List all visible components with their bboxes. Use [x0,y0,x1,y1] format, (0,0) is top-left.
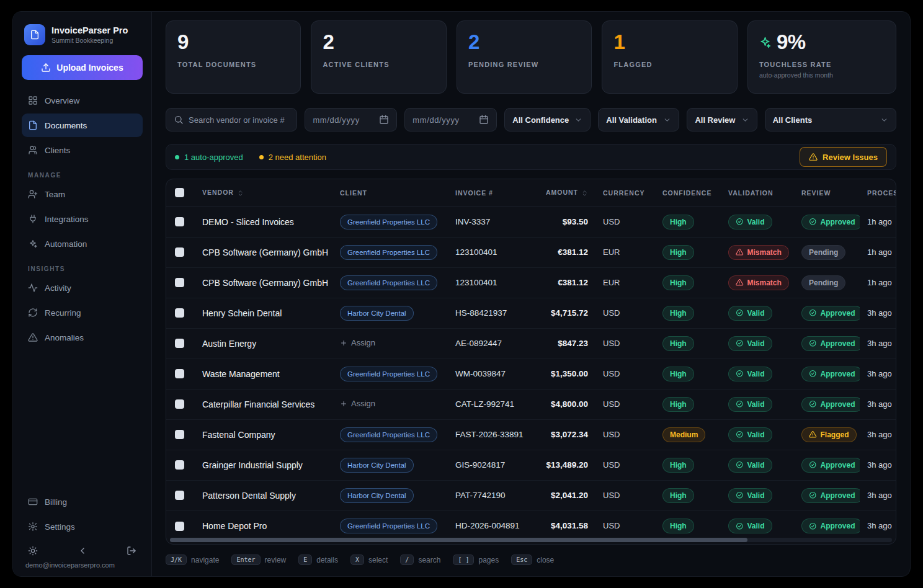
stat-value: 9 [177,31,289,53]
collapse-sidebar-icon[interactable] [78,546,87,556]
confidence-badge: High [662,336,694,351]
table-row[interactable]: Grainger Industrial SupplyHarbor City De… [166,450,896,480]
sidebar-item-settings[interactable]: Settings [22,515,143,538]
theme-toggle-sun-icon[interactable] [28,546,38,556]
client-pill[interactable]: Greenfield Properties LLC [340,427,437,442]
review-badge: Approved [801,488,860,503]
validation-badge: Valid [728,397,772,412]
table-row[interactable]: DEMO - Sliced InvoicesGreenfield Propert… [166,207,896,237]
client-cell: Harbor City Dental [332,298,448,328]
sidebar-item-recurring[interactable]: Recurring [22,301,143,324]
confidence-cell: High [655,207,721,237]
review-filter[interactable]: All Review [687,108,757,131]
table-row[interactable]: CPB Software (Germany) GmbHGreenfield Pr… [166,237,896,267]
sidebar-item-label: Clients [45,146,70,155]
row-checkbox[interactable] [175,278,184,287]
row-checkbox[interactable] [175,460,184,470]
row-checkbox[interactable] [175,491,184,500]
client-pill[interactable]: Harbor City Dental [340,458,414,473]
check-circle-icon [809,370,817,378]
select-all-checkbox[interactable] [175,188,184,197]
sidebar-item-anomalies[interactable]: Anomalies [22,326,143,349]
shortcut-key: X [350,555,364,565]
row-checkbox[interactable] [175,339,184,348]
date-to-input[interactable] [412,115,470,125]
sidebar-item-team[interactable]: Team [22,182,143,206]
calendar-icon[interactable] [379,115,389,125]
sidebar-item-activity[interactable]: Activity [22,276,143,300]
table-row[interactable]: Austin EnergyAssignAE-0892447$847.23USDH… [166,328,896,359]
row-checkbox[interactable] [175,399,184,409]
horizontal-scrollbar-track [170,538,892,542]
confidence-badge: Medium [662,427,705,442]
auto-approved-chip: 1 auto-approved [175,153,243,162]
table-row[interactable]: Caterpillar Financial ServicesAssignCAT-… [166,389,896,419]
client-pill[interactable]: Greenfield Properties LLC [340,367,437,381]
date-from-input[interactable] [313,115,370,125]
client-pill[interactable]: Greenfield Properties LLC [340,245,437,260]
processed-cell: 3h ago [860,450,896,480]
stat-value: 2 [323,31,434,53]
table-row[interactable]: Patterson Dental SupplyHarbor City Denta… [166,480,896,510]
search-input[interactable] [189,115,289,125]
warning-icon [736,248,744,256]
column-header-confidence: CONFIDENCE [655,179,721,207]
currency-cell: EUR [595,267,655,298]
chevron-down-icon [880,116,888,124]
client-pill[interactable]: Greenfield Properties LLC [340,275,437,290]
sidebar-item-overview[interactable]: Overview [22,89,143,112]
column-header-amount[interactable]: AMOUNT [533,179,595,207]
horizontal-scrollbar-thumb[interactable] [170,538,747,542]
filters-row: All ConfidenceAll ValidationAll ReviewAl… [166,108,896,131]
check-circle-icon [736,339,744,347]
client-pill[interactable]: Harbor City Dental [340,306,414,321]
calendar-icon[interactable] [479,115,489,125]
confidence-cell: High [655,328,721,359]
shortcut-hint: [ ]pages [453,555,499,565]
row-checkbox[interactable] [175,247,184,257]
vendor-cell: Fastenal Company [195,419,332,450]
sidebar-item-clients[interactable]: Clients [22,138,143,162]
invoice-cell: PAT-7742190 [448,480,533,510]
validation-filter[interactable]: All Validation [598,108,679,131]
client-pill[interactable]: Greenfield Properties LLC [340,215,437,229]
select-value: All Clients [773,115,813,125]
column-header-vendor[interactable]: VENDOR [195,179,332,207]
grid-icon [28,96,38,105]
amber-dot-icon [259,155,264,159]
sidebar-item-documents[interactable]: Documents [22,114,143,137]
check-circle-icon [736,400,744,408]
logout-icon[interactable] [127,546,136,556]
client-cell: Greenfield Properties LLC [332,207,448,237]
row-checkbox[interactable] [175,430,184,439]
assign-client-button[interactable]: Assign [340,338,375,347]
table-row[interactable]: Home Depot ProGreenfield Properties LLCH… [166,510,896,541]
row-checkbox[interactable] [175,369,184,378]
clients-filter[interactable]: All Clients [765,108,896,131]
amount-cell: $4,800.00 [533,389,595,419]
client-pill[interactable]: Greenfield Properties LLC [340,519,437,533]
table-body: DEMO - Sliced InvoicesGreenfield Propert… [166,207,896,541]
users-icon [28,145,38,155]
upload-invoices-button[interactable]: Upload Invoices [22,55,143,80]
stat-card-total-documents: 9TOTAL DOCUMENTS [166,20,301,94]
vendor-cell: Austin Energy [195,328,332,359]
sidebar-item-billing[interactable]: Billing [22,490,143,514]
confidence-badge: High [662,215,694,229]
table-row[interactable]: Fastenal CompanyGreenfield Properties LL… [166,419,896,450]
sidebar-item-integrations[interactable]: Integrations [22,207,143,231]
vendor-cell: Caterpillar Financial Services [195,389,332,419]
table-row[interactable]: Waste ManagementGreenfield Properties LL… [166,359,896,389]
assign-client-button[interactable]: Assign [340,399,375,408]
confidence-filter[interactable]: All Confidence [504,108,591,131]
client-pill[interactable]: Harbor City Dental [340,488,414,503]
table-row[interactable]: Henry Schein DentalHarbor City DentalHS-… [166,298,896,328]
shortcut-label: details [316,556,338,564]
sidebar-item-automation[interactable]: Automation [22,232,143,256]
shortcut-key: Enter [231,555,260,565]
row-checkbox[interactable] [175,522,184,531]
row-checkbox[interactable] [175,217,184,226]
row-checkbox[interactable] [175,308,184,318]
table-row[interactable]: CPB Software (Germany) GmbHGreenfield Pr… [166,267,896,298]
review-issues-button[interactable]: Review Issues [800,147,887,167]
